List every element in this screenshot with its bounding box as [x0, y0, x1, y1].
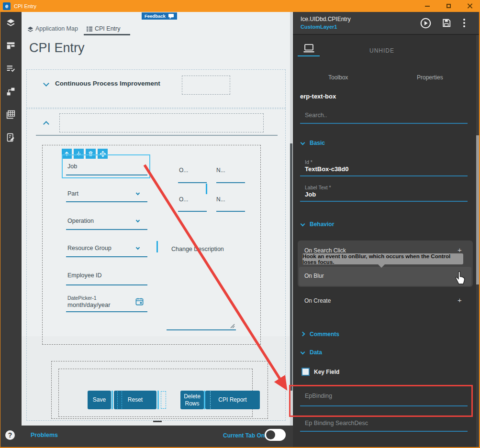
tab-application-map[interactable]: Application Map: [35, 25, 78, 32]
custom-layer-label[interactable]: CustomLayer1: [301, 24, 337, 30]
cpi-report-button[interactable]: CPI Report: [205, 391, 260, 409]
ep-binding-searchdesc-input[interactable]: Ep Binding SearchDesc: [305, 420, 368, 426]
device-tab-underline: [298, 55, 320, 56]
mouse-cursor-hand-icon: [453, 270, 466, 285]
canvas-scrollbar-thumb[interactable]: [290, 143, 292, 391]
layout-icon[interactable]: [6, 41, 16, 51]
mini-field-n1[interactable]: N...: [216, 167, 225, 174]
titlebar: e CPI Entry: [0, 0, 480, 12]
help-icon[interactable]: ?: [5, 430, 15, 440]
field-underline: [66, 229, 147, 230]
app-window: e CPI Entry Feedback Application Map CPI…: [0, 0, 480, 448]
section-title[interactable]: Continuous Process Improvement: [55, 80, 160, 87]
event-on-create[interactable]: On Create: [304, 297, 331, 304]
field-label-employee-id[interactable]: Employee ID: [67, 272, 102, 279]
key-field-checkbox[interactable]: [301, 368, 310, 376]
save-button[interactable]: Save: [88, 391, 111, 409]
ep-binding-searchdesc-underline: [300, 431, 468, 432]
window-frame-left: [0, 12, 0, 448]
minimize-icon: [425, 6, 430, 7]
checklist-icon[interactable]: [6, 64, 16, 74]
datepicker-placeholder[interactable]: month/day/year: [67, 301, 111, 308]
event-on-blur[interactable]: On Blur: [304, 273, 324, 279]
form-edit-icon[interactable]: [6, 132, 16, 142]
placeholder-dropzone[interactable]: [182, 76, 230, 95]
comments-section-header[interactable]: Comments: [310, 331, 339, 338]
basic-chevron-icon[interactable]: [301, 141, 305, 145]
cpi-entry-tab-icon: [86, 26, 93, 32]
close-button[interactable]: [459, 0, 480, 12]
tab-cpi-entry[interactable]: CPI Entry: [95, 25, 121, 32]
desktop-device-icon[interactable]: [302, 44, 315, 54]
field-underline: [178, 182, 207, 183]
window-title: CPI Entry: [14, 3, 36, 9]
resize-handle-icon[interactable]: [229, 323, 235, 328]
layers-icon[interactable]: [6, 18, 16, 28]
toggle-knob: [266, 430, 275, 439]
id-field-underline: [300, 175, 468, 176]
more-options-icon[interactable]: [463, 17, 465, 29]
add-on-create-button[interactable]: +: [458, 296, 462, 304]
left-toolbar: [0, 12, 22, 426]
search-input[interactable]: Search..: [305, 112, 327, 119]
field-label-datepicker[interactable]: DatePicker-1: [67, 295, 97, 301]
add-on-search-click-button[interactable]: +: [458, 246, 462, 254]
event-on-blur-row[interactable]: [299, 267, 471, 286]
field-underline: [178, 211, 207, 212]
calendar-icon[interactable]: [135, 297, 144, 306]
drop-indicator: [112, 391, 113, 409]
save-layer-icon[interactable]: [442, 18, 451, 28]
field-label-job[interactable]: Job: [67, 163, 77, 170]
behavior-section-header[interactable]: Behavior: [310, 221, 334, 228]
status-bar: ? Problems Current Tab Only: [0, 426, 293, 447]
page-title: CPI Entry: [29, 41, 85, 55]
data-section-header[interactable]: Data: [310, 349, 322, 356]
preview-play-button[interactable]: [420, 18, 431, 29]
feedback-button[interactable]: Feedback: [142, 12, 177, 20]
panel-card-header[interactable]: [26, 69, 286, 108]
inspector-title: Ice.UIDbd.CPIEntry: [301, 16, 351, 22]
id-field-value[interactable]: TextBox-c38d0: [305, 165, 349, 173]
unhide-tab[interactable]: UNHIDE: [369, 47, 394, 54]
flow-icon[interactable]: [6, 87, 16, 97]
insertion-cursor: [206, 184, 207, 194]
epicor-logo-icon: e: [3, 2, 11, 10]
drop-outline: [210, 391, 211, 409]
label-text-value[interactable]: Job: [305, 191, 316, 198]
mini-field-n2[interactable]: N...: [216, 196, 225, 203]
data-chevron-icon[interactable]: [301, 350, 305, 355]
label-text-label: Label Text *: [305, 185, 331, 190]
divider-line: [36, 135, 278, 136]
tooltip-caret: [378, 264, 385, 268]
field-underline: [66, 311, 147, 312]
active-tab-underline: [84, 34, 130, 35]
current-tab-only-toggle[interactable]: [265, 429, 286, 441]
field-underline: [66, 175, 147, 175]
field-label-operation[interactable]: Operation: [67, 218, 94, 224]
basic-section-header[interactable]: Basic: [310, 140, 325, 146]
mini-field-o1[interactable]: O...: [179, 167, 188, 174]
field-underline: [66, 256, 147, 257]
maximize-button[interactable]: [438, 0, 459, 12]
annotation-highlight-rect: [289, 385, 473, 417]
field-underline: [216, 211, 245, 212]
canvas-scrollbar[interactable]: [290, 12, 292, 426]
tab-properties[interactable]: Properties: [417, 74, 443, 81]
delete-rows-button[interactable]: Delete Rows: [180, 391, 204, 409]
resize-drag-handle[interactable]: [153, 421, 162, 422]
placeholder-dropzone[interactable]: [59, 113, 264, 132]
field-underline: [216, 182, 245, 183]
problems-link[interactable]: Problems: [31, 432, 58, 438]
comments-chevron-icon[interactable]: [301, 332, 305, 337]
feedback-label: Feedback: [145, 13, 166, 19]
search-underline: [300, 123, 468, 124]
tab-toolbox[interactable]: Toolbox: [328, 74, 348, 81]
application-map-icon: [27, 26, 34, 33]
minimize-button[interactable]: [417, 0, 438, 12]
textarea-label[interactable]: Change Description: [171, 246, 224, 252]
behavior-chevron-icon[interactable]: [301, 222, 305, 227]
field-label-resource-group[interactable]: Resource Group: [67, 245, 112, 251]
mini-field-o2[interactable]: O...: [179, 196, 188, 203]
field-label-part[interactable]: Part: [67, 190, 78, 197]
grid-icon[interactable]: [6, 109, 16, 120]
